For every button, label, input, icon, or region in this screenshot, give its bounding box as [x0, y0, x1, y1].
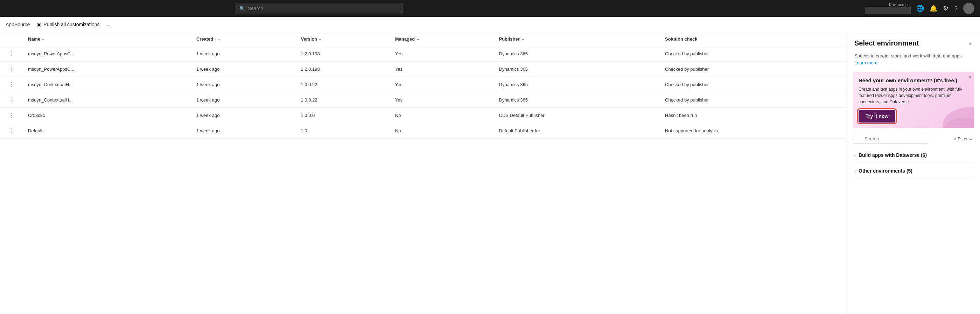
row-context-menu-button[interactable]: ⋮ [6, 81, 17, 88]
col-publisher-sort-icon: ⌄ [521, 37, 524, 41]
env-group-header[interactable]: › Build apps with Dataverse (6) [853, 148, 974, 162]
row-created-cell: 1 week ago [191, 77, 295, 92]
row-publisher-cell: Dynamics 365 [493, 77, 660, 92]
row-managed-cell: Yes [390, 92, 493, 108]
panel-search-area: 🔍 ▿ Filter ⌄ [853, 134, 974, 144]
row-solution-check-cell: Not supported for analysis [659, 123, 847, 139]
global-search-bar[interactable]: 🔍 [235, 3, 403, 14]
settings-icon[interactable]: ⚙ [943, 5, 948, 12]
filter-chevron-icon: ⌄ [969, 136, 973, 142]
try-it-now-button[interactable]: Try it now [859, 110, 895, 123]
top-bar: 🔍 Environment 🌐 🔔 ⚙ ? [0, 0, 980, 17]
solutions-table: Name ⌄ Created ↓ ⌄ Version ⌄ [0, 32, 847, 139]
row-context-menu-button[interactable]: ⋮ [6, 66, 17, 72]
more-options-button[interactable]: ... [107, 21, 112, 28]
notification-icon[interactable]: 🔔 [930, 5, 937, 12]
col-version-sort-icon: ⌄ [318, 37, 321, 41]
col-name-label: Name [28, 37, 40, 41]
table-row: ⋮ msdyn_ContextualH... 1 week ago 1.0.0.… [0, 92, 847, 108]
promo-description: Create and test apps in your own environ… [859, 86, 969, 105]
col-publisher[interactable]: Publisher ⌄ [493, 32, 660, 46]
publish-button[interactable]: ▣ Publish all customizations [37, 22, 99, 27]
panel-search-wrapper: 🔍 [853, 134, 950, 144]
row-name-cell: msdyn_PowerAppsC... [22, 62, 191, 77]
row-solution-check-cell: Checked by publisher [659, 92, 847, 108]
row-context-menu-button[interactable]: ⋮ [6, 128, 17, 134]
publish-icon: ▣ [37, 22, 41, 27]
row-menu-cell: ⋮ [0, 92, 22, 108]
row-context-menu-button[interactable]: ⋮ [6, 112, 17, 118]
row-menu-cell: ⋮ [0, 108, 22, 123]
col-name[interactable]: Name ⌄ [22, 32, 191, 46]
row-name-cell: Cr03c8c [22, 108, 191, 123]
side-panel: Select environment × Spaces to create, s… [847, 32, 980, 314]
chevron-right-icon: › [854, 153, 856, 158]
row-name-cell: msdyn_PowerAppsC... [22, 46, 191, 62]
globe-icon[interactable]: 🌐 [916, 5, 924, 12]
user-avatar[interactable] [963, 3, 974, 14]
filter-label: Filter [958, 136, 968, 142]
env-label: Environment [889, 2, 911, 6]
env-value-bar [865, 6, 911, 14]
col-created[interactable]: Created ↓ ⌄ [191, 32, 295, 46]
col-name-sort-icon: ⌄ [41, 37, 45, 41]
panel-header: Select environment × [847, 32, 980, 53]
row-menu-cell: ⋮ [0, 77, 22, 92]
row-name-cell: Default [22, 123, 191, 139]
col-actions [0, 32, 22, 46]
table-area: Name ⌄ Created ↓ ⌄ Version ⌄ [0, 32, 847, 314]
row-managed-cell: No [390, 123, 493, 139]
main-content: Name ⌄ Created ↓ ⌄ Version ⌄ [0, 32, 980, 314]
row-managed-cell: No [390, 108, 493, 123]
filter-icon: ▿ [954, 136, 956, 142]
env-group: › Other environments (5) [853, 164, 974, 178]
row-publisher-cell: Dynamics 365 [493, 46, 660, 62]
row-version-cell: 1.2.0.198 [295, 46, 389, 62]
panel-subtitle: Spaces to create, store, and work with d… [847, 53, 980, 69]
col-version[interactable]: Version ⌄ [295, 32, 389, 46]
appsource-link[interactable]: AppSource [6, 22, 30, 27]
col-created-sort-icon: ↓ ⌄ [215, 37, 221, 41]
promo-card: × Need your own environment? (It's free.… [853, 72, 974, 128]
row-solution-check-cell: Checked by publisher [659, 77, 847, 92]
col-managed-sort-icon: ⌄ [416, 37, 419, 41]
env-group-label: Build apps with Dataverse (6) [859, 152, 927, 158]
environment-selector: Environment [865, 2, 911, 14]
row-created-cell: 1 week ago [191, 123, 295, 139]
row-version-cell: 1.0.0.22 [295, 77, 389, 92]
table-header: Name ⌄ Created ↓ ⌄ Version ⌄ [0, 32, 847, 46]
learn-more-link[interactable]: Learn more [854, 60, 877, 65]
env-group-label: Other environments (5) [859, 168, 912, 174]
col-version-label: Version [301, 37, 317, 41]
promo-decoration [936, 104, 974, 128]
col-solution-check: Solution check [659, 32, 847, 46]
top-bar-right: Environment 🌐 🔔 ⚙ ? [865, 2, 974, 14]
promo-title: Need your own environment? (It's free.) [859, 77, 969, 83]
row-publisher-cell: Dynamics 365 [493, 62, 660, 77]
env-group-header[interactable]: › Other environments (5) [853, 164, 974, 178]
row-publisher-cell: Default Publisher for... [493, 123, 660, 139]
row-menu-cell: ⋮ [0, 46, 22, 62]
table-body: ⋮ msdyn_PowerAppsC... 1 week ago 1.2.0.1… [0, 46, 847, 139]
row-managed-cell: Yes [390, 46, 493, 62]
filter-button[interactable]: ▿ Filter ⌄ [952, 135, 974, 143]
row-version-cell: 1.0.0.22 [295, 92, 389, 108]
row-name-cell: msdyn_ContextualH... [22, 92, 191, 108]
help-icon[interactable]: ? [954, 5, 958, 12]
col-managed[interactable]: Managed ⌄ [390, 32, 493, 46]
panel-search-input[interactable] [853, 134, 927, 144]
row-created-cell: 1 week ago [191, 46, 295, 62]
search-icon: 🔍 [239, 6, 245, 11]
promo-close-button[interactable]: × [969, 75, 972, 80]
row-created-cell: 1 week ago [191, 92, 295, 108]
table-row: ⋮ msdyn_PowerAppsC... 1 week ago 1.2.0.1… [0, 62, 847, 77]
row-solution-check-cell: Hasn't been run [659, 108, 847, 123]
global-search-input[interactable] [248, 6, 398, 11]
panel-close-button[interactable]: × [967, 39, 973, 48]
row-version-cell: 1.0.0.0 [295, 108, 389, 123]
row-context-menu-button[interactable]: ⋮ [6, 51, 17, 57]
table-row: ⋮ msdyn_ContextualH... 1 week ago 1.0.0.… [0, 77, 847, 92]
row-publisher-cell: CDS Default Publisher [493, 108, 660, 123]
row-solution-check-cell: Checked by publisher [659, 62, 847, 77]
row-context-menu-button[interactable]: ⋮ [6, 97, 17, 103]
